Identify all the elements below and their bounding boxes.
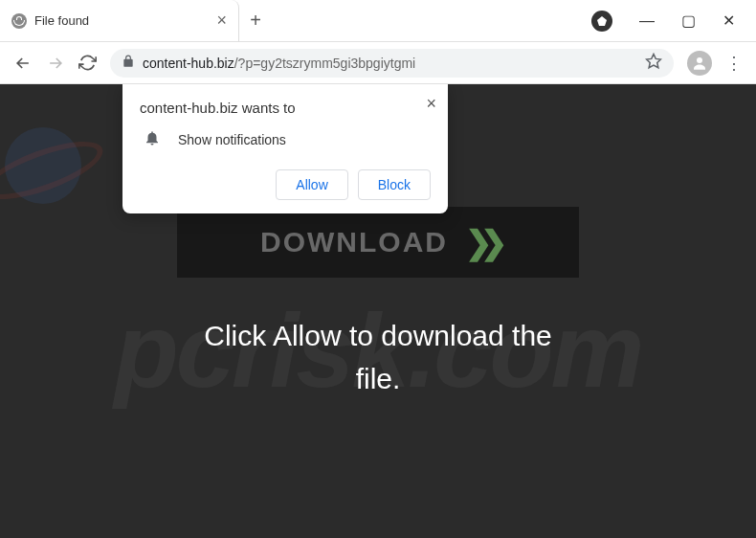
kebab-menu-icon[interactable]: ⋮ — [725, 53, 743, 74]
back-button[interactable] — [13, 54, 33, 73]
maximize-button[interactable]: ▢ — [681, 11, 696, 30]
reload-button[interactable] — [78, 54, 97, 72]
minimize-button[interactable]: — — [639, 12, 655, 30]
double-chevron-right-icon: ❯❯ — [465, 223, 496, 261]
allow-button[interactable]: Allow — [276, 169, 347, 200]
popup-title: content-hub.biz wants to — [140, 100, 431, 116]
globe-icon — [11, 13, 27, 29]
browser-toolbar: content-hub.biz/?p=gy2tszrymm5gi3bpgiytg… — [0, 42, 756, 84]
window-controls: — ▢ ✕ — [570, 0, 756, 41]
shield-icon[interactable] — [591, 11, 612, 32]
download-button[interactable]: DOWNLOAD ❯❯ — [177, 207, 579, 278]
bell-icon — [144, 129, 161, 150]
svg-marker-0 — [597, 16, 607, 26]
bookmark-star-icon[interactable] — [645, 53, 662, 74]
address-bar[interactable]: content-hub.biz/?p=gy2tszrymm5gi3bpgiytg… — [110, 49, 674, 78]
url-text: content-hub.biz/?p=gy2tszrymm5gi3bpgiytg… — [143, 56, 415, 71]
forward-button[interactable] — [46, 54, 65, 73]
window-titlebar: File found × + — ▢ ✕ — [0, 0, 756, 42]
browser-tab[interactable]: File found × — [0, 0, 239, 41]
permission-label: Show notifications — [178, 132, 286, 147]
download-label: DOWNLOAD — [260, 226, 448, 258]
permission-popup: × content-hub.biz wants to Show notifica… — [122, 84, 448, 213]
block-button[interactable]: Block — [358, 169, 431, 200]
page-content: pcrisk.com DOWNLOAD ❯❯ Click Allow to do… — [0, 84, 756, 538]
tab-title: File found — [34, 13, 209, 28]
instruction-text: Click Allow to download the file. — [0, 314, 756, 400]
svg-point-2 — [697, 57, 702, 63]
new-tab-button[interactable]: + — [239, 0, 272, 41]
close-icon[interactable]: × — [426, 94, 436, 114]
close-tab-icon[interactable]: × — [216, 11, 227, 31]
permission-row: Show notifications — [140, 129, 431, 150]
lock-icon — [122, 55, 135, 72]
popup-buttons: Allow Block — [140, 169, 431, 200]
watermark-logo-icon — [5, 127, 81, 204]
close-window-button[interactable]: ✕ — [723, 11, 735, 30]
svg-marker-1 — [647, 54, 661, 67]
profile-avatar[interactable] — [687, 51, 712, 76]
titlebar-spacer — [272, 0, 570, 41]
